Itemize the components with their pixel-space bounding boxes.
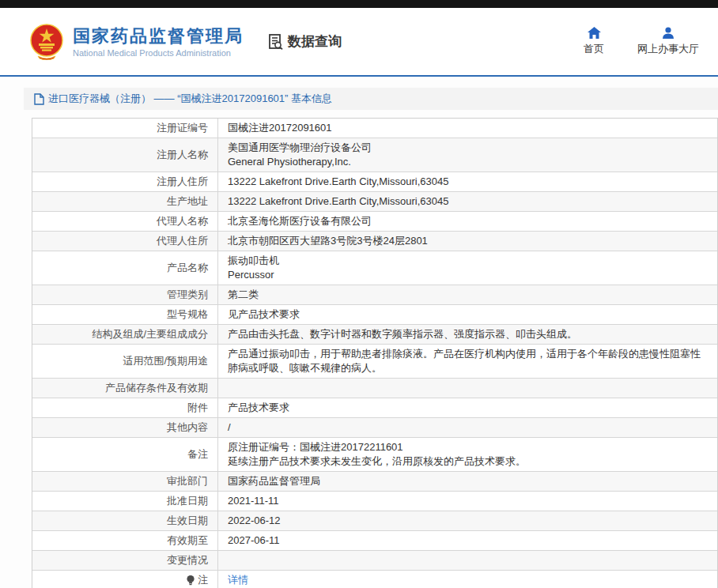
row-label: 其他内容 bbox=[32, 418, 218, 437]
table-row: 管理类别第二类 bbox=[32, 285, 717, 305]
national-emblem-logo bbox=[30, 24, 63, 60]
row-value bbox=[218, 551, 717, 570]
row-label: 变更情况 bbox=[32, 551, 218, 570]
row-label-text: 注册人名称 bbox=[157, 148, 208, 162]
row-label-text: 审批部门 bbox=[167, 474, 208, 488]
site-header: 国家药品监督管理局 National Medical Products Admi… bbox=[0, 8, 718, 77]
row-value: 第二类 bbox=[218, 285, 717, 304]
row-value bbox=[218, 379, 717, 398]
table-row: 备注原注册证编号：国械注进20172211601 延续注册产品技术要求未发生变化… bbox=[32, 438, 717, 472]
nav-service-hall-label: 网上办事大厅 bbox=[637, 42, 699, 56]
row-label: 注 bbox=[32, 571, 218, 588]
row-label: 审批部门 bbox=[32, 472, 218, 491]
row-label: 代理人住所 bbox=[32, 232, 218, 251]
row-value: 2027-06-11 bbox=[218, 531, 717, 550]
row-label-text: 注 bbox=[198, 573, 208, 587]
table-row: 产品名称振动叩击机 Percussor bbox=[32, 251, 717, 285]
table-row: 批准日期2021-11-11 bbox=[32, 492, 717, 511]
row-value: / bbox=[218, 418, 717, 437]
row-value: 13222 Lakefront Drive.Earth City,Missour… bbox=[218, 192, 717, 211]
row-label-text: 生产地址 bbox=[167, 194, 208, 209]
site-title: 国家药品监督管理局 bbox=[73, 26, 244, 47]
row-label: 有效期至 bbox=[32, 531, 218, 550]
row-label-text: 产品储存条件及有效期 bbox=[105, 381, 208, 395]
row-label-text: 有效期至 bbox=[167, 533, 208, 548]
row-value: 国械注进20172091601 bbox=[218, 119, 717, 138]
row-value: 2022-06-12 bbox=[218, 511, 717, 530]
row-value: 北京圣海伦斯医疗设备有限公司 bbox=[218, 212, 717, 231]
site-brand[interactable]: 国家药品监督管理局 National Medical Products Admi… bbox=[30, 24, 244, 60]
row-label: 生产地址 bbox=[32, 192, 218, 211]
table-row: 生产地址13222 Lakefront Drive.Earth City,Mis… bbox=[32, 192, 717, 212]
row-label-text: 型号规格 bbox=[167, 307, 208, 322]
row-label: 代理人名称 bbox=[32, 212, 218, 231]
row-label-text: 适用范围/预期用途 bbox=[123, 354, 208, 368]
table-row: 产品储存条件及有效期 bbox=[32, 379, 717, 398]
row-label-text: 代理人名称 bbox=[157, 214, 208, 228]
row-label-text: 附件 bbox=[187, 401, 208, 415]
nav-item-service-hall[interactable]: 网上办事大厅 bbox=[637, 27, 699, 56]
row-value: 原注册证编号：国械注进20172211601 延续注册产品技术要求未发生变化，沿… bbox=[218, 438, 717, 471]
home-icon bbox=[588, 27, 601, 39]
row-label-text: 管理类别 bbox=[167, 288, 208, 302]
table-row: 型号规格见产品技术要求 bbox=[32, 305, 717, 325]
row-value: 美国通用医学物理治疗设备公司 General Physiotherapy,Inc… bbox=[218, 138, 717, 172]
row-value: 产品技术要求 bbox=[218, 398, 717, 417]
row-label-text: 批准日期 bbox=[167, 494, 208, 508]
row-value: 2021-11-11 bbox=[218, 492, 717, 511]
row-label: 注册人住所 bbox=[32, 172, 218, 191]
document-icon bbox=[34, 93, 44, 105]
table-row: 注册人住所13222 Lakefront Drive.Earth City,Mi… bbox=[32, 172, 717, 192]
row-label-text: 生效日期 bbox=[167, 514, 208, 528]
header-nav: 首页 网上办事大厅 bbox=[584, 27, 707, 56]
row-value: 北京市朝阳区西大望路3号院3号楼24层2801 bbox=[218, 232, 717, 251]
data-query-section[interactable]: 数据查询 bbox=[267, 32, 342, 51]
user-icon bbox=[662, 27, 675, 39]
table-row: 其他内容/ bbox=[32, 418, 717, 438]
table-row: 变更情况 bbox=[32, 551, 717, 571]
table-row: 代理人名称北京圣海伦斯医疗设备有限公司 bbox=[32, 212, 717, 232]
table-row: 适用范围/预期用途产品通过振动叩击，用于帮助患者排除痰液。产品在医疗机构内使用，… bbox=[32, 345, 717, 379]
bulb-icon bbox=[186, 575, 195, 586]
document-search-icon bbox=[267, 33, 285, 51]
row-label: 注册证编号 bbox=[32, 119, 218, 138]
row-label-text: 产品名称 bbox=[167, 261, 208, 275]
row-label-text: 注册证编号 bbox=[157, 121, 208, 135]
row-label: 管理类别 bbox=[32, 285, 218, 304]
row-label: 产品名称 bbox=[32, 251, 218, 285]
table-row: 生效日期2022-06-12 bbox=[32, 511, 717, 531]
row-label: 附件 bbox=[32, 398, 218, 417]
row-value: 振动叩击机 Percussor bbox=[218, 251, 717, 285]
data-query-label: 数据查询 bbox=[288, 32, 342, 51]
row-label-text: 代理人住所 bbox=[157, 234, 208, 248]
table-row: 代理人住所北京市朝阳区西大望路3号院3号楼24层2801 bbox=[32, 232, 717, 251]
row-label: 备注 bbox=[32, 438, 218, 471]
row-label-text: 备注 bbox=[187, 447, 208, 462]
row-label: 生效日期 bbox=[32, 511, 218, 530]
breadcrumb: 进口医疗器械（注册） —— “国械注进20172091601” 基本信息 bbox=[24, 88, 718, 110]
row-value: 见产品技术要求 bbox=[218, 305, 717, 324]
row-label-text: 注册人住所 bbox=[157, 175, 208, 189]
table-row: 注册证编号国械注进20172091601 bbox=[32, 119, 717, 138]
row-label: 批准日期 bbox=[32, 492, 218, 511]
row-value: 国家药品监督管理局 bbox=[218, 472, 717, 491]
nav-home-label: 首页 bbox=[584, 42, 604, 56]
detail-link[interactable]: 详情 bbox=[228, 573, 248, 587]
row-label: 结构及组成/主要组成成分 bbox=[32, 325, 218, 344]
row-value: 产品通过振动叩击，用于帮助患者排除痰液。产品在医疗机构内使用，适用于各个年龄段的… bbox=[218, 345, 717, 378]
breadcrumb-text: 进口医疗器械（注册） —— “国械注进20172091601” 基本信息 bbox=[48, 92, 332, 106]
registration-info-table: 注册证编号国械注进20172091601注册人名称美国通用医学物理治疗设备公司 … bbox=[32, 118, 718, 588]
row-label-text: 变更情况 bbox=[167, 553, 208, 567]
row-label: 适用范围/预期用途 bbox=[32, 345, 218, 378]
row-label: 型号规格 bbox=[32, 305, 218, 324]
table-row: 结构及组成/主要组成成分产品由击头托盘、数字计时器和数字频率指示器、强度指示器、… bbox=[32, 325, 717, 345]
nav-item-home[interactable]: 首页 bbox=[584, 27, 604, 56]
browser-top-bar bbox=[0, 0, 718, 8]
main-content: 进口医疗器械（注册） —— “国械注进20172091601” 基本信息 注册证… bbox=[24, 88, 718, 588]
row-value: 13222 Lakefront Drive.Earth City,Missour… bbox=[218, 172, 717, 191]
row-label: 注册人名称 bbox=[32, 138, 218, 172]
table-row: 注详情 bbox=[32, 571, 717, 588]
row-label: 产品储存条件及有效期 bbox=[32, 379, 218, 398]
row-value: 详情 bbox=[218, 571, 717, 588]
table-row: 附件产品技术要求 bbox=[32, 398, 717, 418]
